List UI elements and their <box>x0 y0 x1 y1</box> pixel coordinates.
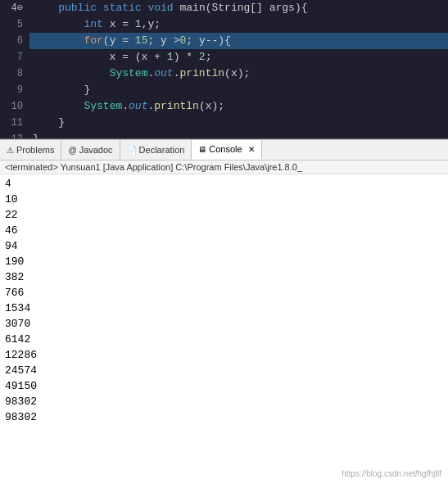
code-lines: 4⊖ public static void main(String[] args… <box>0 0 448 139</box>
tab-javadoc[interactable]: @ Javadoc <box>61 140 120 160</box>
tab-console-label: Console <box>209 144 242 154</box>
output-line-2: 10 <box>5 192 443 207</box>
output-line-12: 12286 <box>5 347 443 363</box>
output-line-16: 98302 <box>5 409 443 425</box>
javadoc-icon: @ <box>68 146 76 155</box>
code-line: 11 } <box>0 115 448 131</box>
problems-icon: ⚠ <box>7 146 14 155</box>
console-header-text: <terminated> Yunsuan1 [Java Application]… <box>5 162 302 172</box>
line-content: } <box>29 131 448 139</box>
line-content: int x = 1,y; <box>29 16 448 33</box>
tab-problems[interactable]: ⚠ Problems <box>0 140 61 160</box>
line-number: 12 <box>0 131 29 139</box>
line-number: 7 <box>0 49 29 66</box>
output-line-13: 24574 <box>5 363 443 378</box>
output-line-5: 94 <box>5 238 443 254</box>
tab-problems-label: Problems <box>16 145 54 155</box>
output-line-4: 46 <box>5 223 443 238</box>
tab-declaration-label: Declaration <box>139 145 185 155</box>
line-number: 5 <box>0 16 29 33</box>
close-icon[interactable]: ✕ <box>248 145 255 154</box>
code-editor: 4⊖ public static void main(String[] args… <box>0 0 448 139</box>
line-number: 10 <box>0 98 29 115</box>
console-icon: 🖥 <box>198 145 206 154</box>
code-line-highlighted: 6 for(y = 15; y >0; y--){ <box>0 33 448 49</box>
line-content: public static void main(String[] args){ <box>29 0 448 16</box>
output-line-6: 190 <box>5 254 443 269</box>
code-line: 8 System.out.println(x); <box>0 66 448 82</box>
line-content: System.out.println(x); <box>29 66 448 82</box>
watermark: https://blog.csdn.net/hgfhjtlf <box>342 466 441 481</box>
line-number: 8 <box>0 66 29 82</box>
tab-console[interactable]: 🖥 Console ✕ <box>192 140 261 160</box>
line-content: System.out.println(x); <box>29 98 448 115</box>
line-number: 9 <box>0 82 29 98</box>
tab-declaration[interactable]: 📄 Declaration <box>120 140 192 160</box>
output-line-15: 98302 <box>5 394 443 409</box>
output-line-7: 382 <box>5 269 443 285</box>
code-line: 10 System.out.println(x); <box>0 98 448 115</box>
main-container: 4⊖ public static void main(String[] args… <box>0 0 448 488</box>
line-content: } <box>29 115 448 131</box>
tab-javadoc-label: Javadoc <box>79 145 113 155</box>
code-line: 12 } <box>0 131 448 139</box>
line-content: for(y = 15; y >0; y--){ <box>29 33 448 49</box>
output-line-11: 6142 <box>5 332 443 347</box>
line-number: 4⊖ <box>0 0 29 16</box>
line-content: } <box>29 82 448 98</box>
output-line-9: 1534 <box>5 300 443 316</box>
code-line: 5 int x = 1,y; <box>0 16 448 33</box>
line-number: 6 <box>0 33 29 49</box>
declaration-icon: 📄 <box>127 146 137 155</box>
output-line-10: 3070 <box>5 316 443 332</box>
line-number: 11 <box>0 115 29 131</box>
console-panel: <terminated> Yunsuan1 [Java Application]… <box>0 160 448 488</box>
console-header: <terminated> Yunsuan1 [Java Application]… <box>0 160 448 174</box>
tab-bar: ⚠ Problems @ Javadoc 📄 Declaration 🖥 Con… <box>0 139 448 160</box>
code-line: 4⊖ public static void main(String[] args… <box>0 0 448 16</box>
code-line: 7 x = (x + 1) * 2; <box>0 49 448 66</box>
output-line-8: 766 <box>5 285 443 300</box>
output-line-3: 22 <box>5 207 443 223</box>
output-line-14: 49150 <box>5 378 443 394</box>
line-content: x = (x + 1) * 2; <box>29 49 448 66</box>
code-line: 9 } <box>0 82 448 98</box>
console-output: 4 10 22 46 94 190 382 766 1534 3070 6142… <box>0 174 448 488</box>
output-line-1: 4 <box>5 176 443 192</box>
